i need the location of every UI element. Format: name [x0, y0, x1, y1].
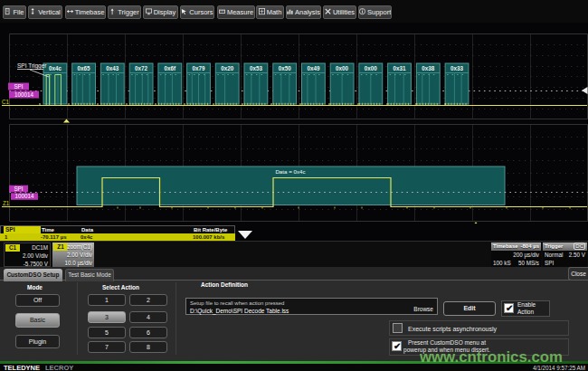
svg-text:0x31: 0x31 — [393, 65, 406, 71]
svg-text:0x20: 0x20 — [221, 65, 234, 71]
svg-text:0x4c: 0x4c — [49, 65, 62, 71]
svg-text:0x72: 0x72 — [135, 65, 148, 71]
svg-text:0x49: 0x49 — [307, 65, 320, 71]
svg-text:0x6f: 0x6f — [164, 65, 176, 71]
svg-text:100014: 100014 — [14, 193, 34, 199]
svg-text:0x00: 0x00 — [365, 65, 378, 71]
svg-text:C1: C1 — [2, 99, 10, 105]
svg-text:Z1: Z1 — [3, 200, 10, 206]
svg-text:0x65: 0x65 — [78, 65, 91, 71]
svg-text:100014: 100014 — [14, 91, 34, 98]
svg-text:0x50: 0x50 — [279, 65, 292, 71]
svg-text:0x38: 0x38 — [422, 65, 435, 71]
svg-text:0x43: 0x43 — [106, 65, 119, 71]
svg-text:SPI: SPI — [14, 83, 23, 90]
svg-text:0x79: 0x79 — [192, 65, 205, 71]
svg-text:0x53: 0x53 — [250, 65, 263, 71]
svg-text:0x33: 0x33 — [450, 65, 464, 71]
svg-text:0x00: 0x00 — [336, 65, 349, 71]
svg-text:SPI: SPI — [14, 186, 23, 192]
svg-text:SPI Trigger: SPI Trigger — [17, 62, 47, 70]
svg-text:Data = 0x4c: Data = 0x4c — [275, 168, 305, 175]
